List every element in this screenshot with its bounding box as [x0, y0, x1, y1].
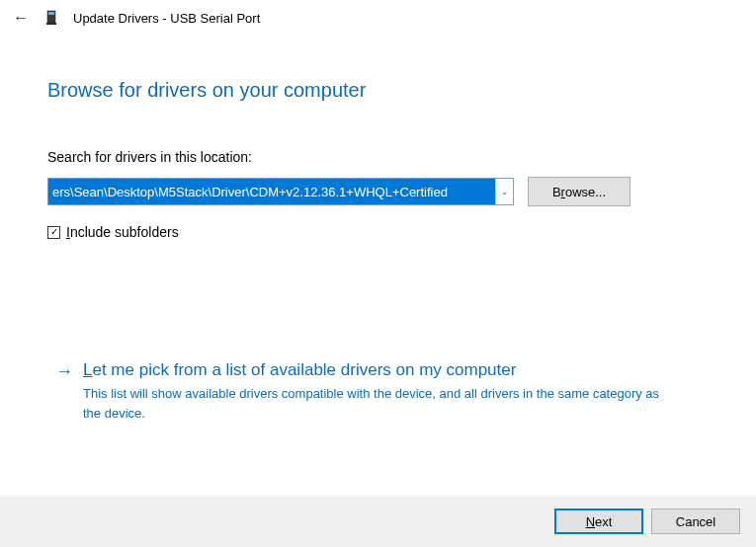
back-arrow-icon[interactable]: ← — [12, 9, 30, 27]
next-button[interactable]: Next — [554, 508, 643, 534]
svg-rect-1 — [48, 12, 54, 15]
svg-rect-2 — [46, 23, 56, 25]
path-input[interactable] — [48, 179, 495, 204]
cancel-button[interactable]: Cancel — [651, 508, 740, 534]
arrow-right-icon: → — [55, 360, 71, 423]
chevron-down-icon[interactable]: ⌄ — [495, 179, 513, 204]
path-row: ⌄ Browse... — [47, 177, 709, 206]
window-title: Update Drivers - USB Serial Port — [73, 11, 260, 26]
include-subfolders-row[interactable]: ✓ Include subfolders — [47, 224, 709, 240]
include-subfolders-checkbox[interactable]: ✓ — [47, 226, 60, 239]
content-area: Browse for drivers on your computer Sear… — [0, 36, 756, 423]
option-description: This list will show available drivers co… — [83, 384, 666, 423]
pick-from-list-option[interactable]: → Let me pick from a list of available d… — [47, 360, 709, 423]
device-icon — [43, 10, 59, 26]
page-heading: Browse for drivers on your computer — [47, 79, 709, 102]
option-title: Let me pick from a list of available dri… — [83, 360, 709, 380]
search-location-label: Search for drivers in this location: — [47, 149, 709, 165]
option-text: Let me pick from a list of available dri… — [83, 360, 709, 423]
browse-button[interactable]: Browse... — [528, 177, 630, 206]
include-subfolders-label: Include subfolders — [66, 224, 179, 240]
footer-bar: Next Cancel — [0, 496, 756, 547]
titlebar: ← Update Drivers - USB Serial Port — [0, 0, 756, 36]
path-combobox[interactable]: ⌄ — [47, 178, 514, 205]
